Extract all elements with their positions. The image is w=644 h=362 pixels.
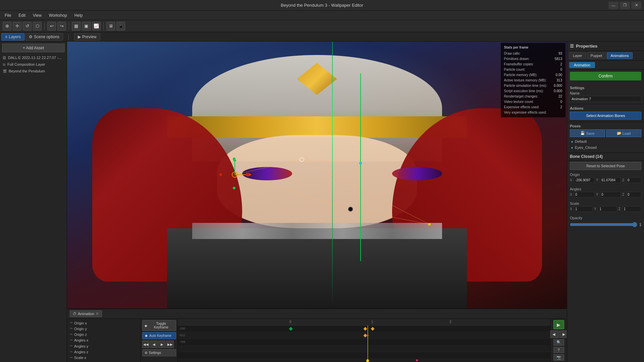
anim-ctrl-btn-1[interactable]: ◀◀ [142,341,150,348]
window-controls[interactable]: — ❐ ✕ [608,2,641,9]
scale-y-input[interactable] [598,206,617,212]
layer-item-pendulum[interactable]: 🎬 Beyond the Pendulum [0,68,67,74]
tab-scene-options[interactable]: ⚙ Scene options [25,33,63,41]
origin-z-input[interactable] [626,177,641,183]
layer-pendulum-icon: 🎬 [3,69,7,73]
origin-y-input[interactable] [600,177,621,183]
bone-control-yellow[interactable] [428,223,431,226]
poses-title: Poses [570,124,641,128]
load-pose-button[interactable]: 📂 Load [606,129,641,137]
bone-control-red1[interactable] [219,173,222,176]
tab-puppet[interactable]: Puppet [587,52,606,59]
origin-z-field: Z [622,177,641,183]
tool-pointer[interactable]: ⊕ [3,22,11,31]
close-button[interactable]: ✕ [631,2,641,9]
animation-close-button[interactable]: ✕ [96,311,99,316]
keyframe-green-1[interactable] [289,327,292,330]
timeline-playhead[interactable] [368,325,368,362]
name-input[interactable] [570,96,641,102]
tool-mobile[interactable]: 📱 [116,22,125,31]
tab-animations[interactable]: Animations [607,52,632,59]
toggle-keyframe-button[interactable]: ◆ Toggle Keyframe [142,320,176,331]
anim-ctrl-btn-3[interactable]: ▶ [158,341,166,348]
track-label-2: Origin z [74,333,87,337]
opacity-section: Opacity 1 [567,215,644,230]
keyframe-orange-1[interactable] [363,327,367,330]
help-button[interactable]: ? [553,347,564,353]
bone-control-green-top[interactable] [233,158,235,160]
maximize-button[interactable]: ❐ [620,2,630,9]
tool-move[interactable]: ✛ [13,22,21,31]
settings-button[interactable]: ⚙ Settings [142,349,176,356]
subtab-animation[interactable]: Animation [569,62,595,68]
track-icon-3: 〜 [70,338,73,343]
save-pose-button[interactable]: 💾 Save [570,129,605,137]
canvas-viewport[interactable]: Stats per frame Draw calls:93 Primitives… [67,42,567,308]
minimize-button[interactable]: — [608,2,619,9]
scale-z-field: Z [619,206,641,212]
next-frame-button[interactable]: ▶ [559,330,567,338]
bone-control-white1[interactable] [300,157,304,162]
tool-shape[interactable]: ⬡ [33,22,42,31]
keyframe-orange-2[interactable] [371,327,375,330]
name-label: Name [570,91,641,95]
tab-layers[interactable]: ≡ Layers [1,33,24,41]
camera-button[interactable]: 📷 [553,354,564,361]
menu-edit[interactable]: Edit [15,12,29,19]
origin-y-label: Y [596,178,599,182]
tool-monitor[interactable]: 🖥 [106,22,115,31]
confirm-button[interactable]: Confirm [570,72,641,80]
scale-z-input[interactable] [623,206,641,212]
animation-tab[interactable]: ⏱ Animation ✕ [70,310,102,317]
reset-to-selected-pose-button[interactable]: Reset to Selected Pose [570,162,641,170]
pose-eyes-icon: ♦ [571,146,573,149]
anim-ctrl-btn-4[interactable]: ▶▶ [166,341,174,348]
tab-preview[interactable]: ▶ Preview [74,33,100,41]
tool-graph[interactable]: 📈 [92,22,101,31]
menu-file[interactable]: File [1,12,14,19]
track-label-4: Angles y [74,344,88,348]
menu-workshop[interactable]: Workshop [46,12,70,19]
select-animation-bones-button[interactable]: Select Animation Bones [570,112,641,120]
bone-control-green-bottom[interactable] [233,187,235,189]
bone-control-red-sq[interactable] [246,173,249,176]
angles-x-input[interactable] [574,192,595,197]
origin-x-input[interactable] [574,177,595,183]
pose-item-default[interactable]: ♦ Default [570,138,641,144]
pose-item-eyes-closed[interactable]: ♦ Eyes_Closed [570,144,641,150]
menu-help[interactable]: Help [71,12,86,19]
angles-y-field: Y [596,192,621,197]
auto-keyframe-button[interactable]: ⏺ Auto Keyframe [142,332,176,339]
tab-separator [68,34,69,40]
bone-control-main[interactable] [232,172,238,178]
opacity-slider[interactable] [570,222,637,227]
tab-layer[interactable]: Layer [569,52,586,59]
prev-frame-button[interactable]: ◀ [549,330,558,338]
menu-view[interactable]: View [30,12,45,19]
layer-item-composition[interactable]: ⊞ Full Composition Layer [0,61,67,68]
angles-y-label: Y [596,193,599,196]
animation-timeline[interactable]: 0 1 2 -250 [178,319,550,362]
save-label: Save [586,131,594,135]
angles-z-input[interactable] [626,192,641,197]
zoom-button[interactable]: 🔍 [553,339,564,346]
scale-x-input[interactable] [574,206,593,212]
tool-grid[interactable]: ▦ [72,22,80,31]
play-button[interactable]: ▶ [553,320,564,329]
ruler-1: 1 [371,320,373,324]
tool-frame[interactable]: ▣ [82,22,91,31]
tool-undo[interactable]: ↩ [47,22,56,31]
scale-section: Scale X Y Z [567,200,644,215]
add-asset-button[interactable]: + Add Asset [2,44,65,52]
layer-item-dalle[interactable]: 🖼 DALL·E 2022-11-12 22.27.07 -... [0,54,67,61]
angles-y-input[interactable] [600,192,621,197]
tool-rotate[interactable]: ↺ [23,22,32,31]
actions-title: Actions [570,106,641,110]
tool-redo[interactable]: ↪ [57,22,66,31]
stat-particle-mem: Particle memory (MB):0.00 [504,72,562,78]
bone-control-black1[interactable] [348,207,353,212]
track-angles-y: 〜 Angles y [67,343,141,349]
menubar: File Edit View Workshop Help [0,11,644,20]
anim-ctrl-btn-2[interactable]: ◀ [150,341,158,348]
bone-control-cyan[interactable] [359,162,362,165]
